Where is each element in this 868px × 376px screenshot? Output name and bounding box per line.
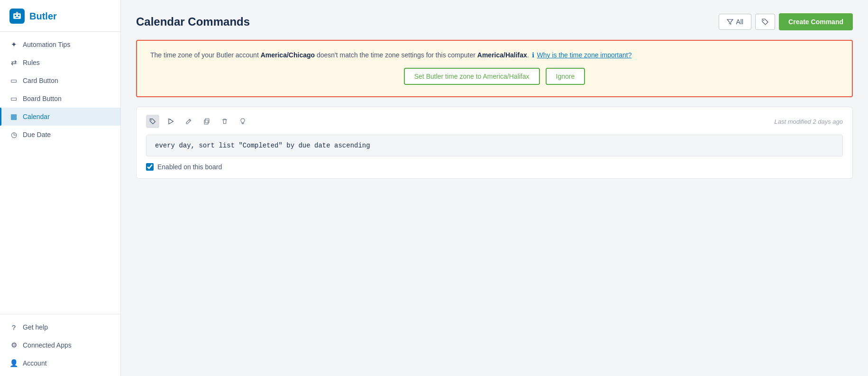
help-icon: ? [9,323,18,331]
command-enabled-row: Enabled on this board [146,163,843,171]
sidebar-item-label: Card Button [23,77,58,84]
computer-timezone: America/Halifax [477,51,527,59]
svg-rect-4 [16,12,17,13]
sidebar-item-label: Calendar [23,113,50,120]
last-modified: Last modified 2 days ago [774,118,843,125]
sidebar-item-label: Board Button [23,95,62,102]
sidebar-item-label: Rules [23,59,40,66]
sidebar-logo[interactable]: Butler [0,0,120,32]
command-edit-icon[interactable] [182,115,195,128]
svg-rect-3 [16,17,18,18]
info-icon: ℹ [532,51,534,59]
sidebar-item-automation-tips[interactable]: ✦ Automation Tips [0,36,120,54]
connected-apps-icon: ⚙ [9,341,18,349]
rules-icon: ⇄ [9,58,18,67]
sidebar-nav: ✦ Automation Tips ⇄ Rules ▭ Card Button … [0,32,120,177]
svg-rect-9 [205,119,209,123]
command-run-icon[interactable] [164,115,177,128]
sidebar-item-label: Automation Tips [23,41,70,48]
command-code: every day, sort list "Completed" by due … [146,135,843,156]
svg-rect-0 [13,13,21,19]
calendar-icon: ▦ [9,112,18,121]
svg-rect-10 [204,120,208,124]
sidebar-item-label: Account [23,359,47,367]
board-button-icon: ▭ [9,94,18,103]
command-tag-icon[interactable] [146,115,159,128]
sidebar-item-card-button[interactable]: ▭ Card Button [0,72,120,90]
warning-text-after: . [527,51,529,59]
ignore-button[interactable]: Ignore [546,68,585,85]
filter-label: All [736,18,744,26]
svg-rect-11 [242,123,244,124]
command-card-header: Last modified 2 days ago [146,115,843,128]
set-timezone-button[interactable]: Set Butler time zone to America/Halifax [404,68,540,85]
automation-tips-icon: ✦ [9,40,18,49]
sidebar-item-board-button[interactable]: ▭ Board Button [0,90,120,108]
filter-icon [727,18,733,25]
due-date-icon: ◷ [9,130,18,139]
sidebar-item-account[interactable]: 👤 Account [0,354,120,372]
app-name: Butler [29,11,57,22]
warning-text: The time zone of your Butler account Ame… [150,50,839,60]
timezone-warning-banner: The time zone of your Butler account Ame… [136,40,853,97]
page-title: Calendar Commands [136,15,250,28]
sidebar-item-rules[interactable]: ⇄ Rules [0,54,120,72]
sidebar-item-calendar[interactable]: ▦ Calendar [0,108,120,126]
sidebar-item-label: Get help [23,323,48,331]
svg-rect-2 [18,15,19,16]
command-bulb-icon[interactable] [236,115,249,128]
account-icon: 👤 [9,359,18,367]
enabled-checkbox[interactable] [146,163,154,171]
command-card: Last modified 2 days ago every day, sort… [136,107,853,179]
main-content: Calendar Commands All Create Command The… [121,0,868,376]
sidebar-item-label: Due Date [23,131,51,138]
sidebar-item-get-help[interactable]: ? Get help [0,318,120,336]
sidebar-bottom: ? Get help ⚙ Connected Apps 👤 Account [0,314,120,376]
tag-icon [761,18,769,26]
svg-point-7 [151,119,152,120]
sidebar-item-connected-apps[interactable]: ⚙ Connected Apps [0,336,120,354]
tag-filter-button[interactable] [755,14,775,30]
warning-text-middle: doesn't match the time zone settings for… [315,51,477,59]
sidebar-item-due-date[interactable]: ◷ Due Date [0,126,120,144]
timezone-info-link[interactable]: Why is the time zone important? [537,51,632,59]
account-timezone: America/Chicago [261,51,315,59]
sidebar: Butler ✦ Automation Tips ⇄ Rules ▭ Card … [0,0,121,376]
enabled-label: Enabled on this board [157,163,222,171]
command-copy-icon[interactable] [200,115,213,128]
warning-text-before: The time zone of your Butler account [150,51,261,59]
main-header: Calendar Commands All Create Command [136,13,853,30]
svg-point-6 [763,20,764,21]
card-button-icon: ▭ [9,76,18,85]
command-delete-icon[interactable] [218,115,231,128]
command-toolbar [146,115,249,128]
butler-logo-icon [9,9,25,24]
warning-actions: Set Butler time zone to America/Halifax … [150,68,839,85]
filter-button[interactable]: All [719,14,752,30]
svg-rect-1 [15,15,16,16]
header-actions: All Create Command [719,13,853,30]
create-command-button[interactable]: Create Command [779,13,853,30]
sidebar-item-label: Connected Apps [23,341,72,349]
svg-rect-5 [18,12,18,13]
